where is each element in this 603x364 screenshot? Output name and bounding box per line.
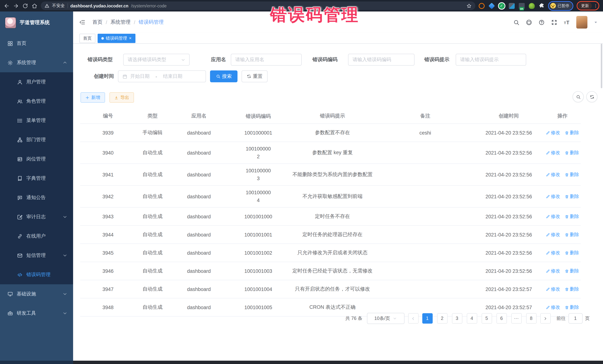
edit-link[interactable]: 修改 [546,213,560,220]
cell-time: 2021-04-20 23:52:56 [474,229,544,240]
sidebar-toggle-icon[interactable] [79,19,86,25]
edit-link[interactable]: 修改 [546,304,560,310]
edit-link[interactable]: 修改 [546,250,560,256]
delete-link[interactable]: 删除 [565,286,579,292]
extension-puzzle-icon[interactable] [539,3,545,9]
browser-menu-icon[interactable] [593,3,598,9]
browser-forward-icon[interactable] [13,3,19,9]
search-button[interactable]: 搜索 [210,70,237,82]
edit-link[interactable]: 修改 [546,130,560,136]
breadcrumb-item[interactable]: 系统管理 [111,19,131,26]
page-button-5[interactable]: 5 [481,313,492,324]
page-button-3[interactable]: 3 [452,313,462,324]
help-icon[interactable] [538,19,545,25]
pencil-icon [546,151,550,155]
sidebar-item-post-management[interactable]: 岗位管理 [0,149,73,169]
breadcrumb-item[interactable]: 首页 [93,19,103,26]
reset-button[interactable]: 重置 [242,70,267,82]
tag-label: 首页 [83,35,92,41]
sidebar-item-audit-log[interactable]: 审计日志 [0,207,73,226]
sidebar-item-dev-tools[interactable]: 研发工具 [0,304,73,323]
error-code-type-select[interactable]: 请选择错误码类型 [123,54,190,66]
app-name-input[interactable]: 请输入应用名 [231,54,302,66]
edit-link[interactable]: 修改 [546,171,560,178]
header-search-icon[interactable] [513,19,520,25]
delete-link[interactable]: 删除 [565,171,579,178]
refresh-table-button[interactable] [586,91,597,102]
browser-update-button[interactable]: 更新 [578,2,592,9]
page-ellipsis-button[interactable]: ··· [511,313,522,324]
error-hint-input[interactable]: 请输入错误码提示 [456,54,526,66]
delete-link[interactable]: 删除 [565,232,579,238]
extension-key-icon[interactable] [529,3,534,9]
browser-profile-chip[interactable]: 已暂停 [549,2,572,10]
delete-link[interactable]: 删除 [565,250,579,256]
show-search-toggle-button[interactable] [573,91,584,102]
font-size-icon[interactable]: TT [564,19,570,25]
sidebar-logo[interactable]: 芋道管理系统 [0,11,73,34]
cell-type: 手动编辑 [136,126,169,139]
page-button-8[interactable]: 8 [526,313,536,324]
sidebar-item-sms-management[interactable]: 短信管理 [0,246,73,265]
edit-link[interactable]: 修改 [546,268,560,274]
edit-link[interactable]: 修改 [546,232,560,238]
sidebar-item-online-user[interactable]: 在线用户 [0,226,73,246]
browser-reload-icon[interactable] [22,3,28,9]
error-code-input[interactable]: 请输入错误码编码 [348,54,415,66]
page-button-4[interactable]: 4 [467,313,477,324]
cell-actions: 修改删除 [544,283,581,295]
user-avatar[interactable] [576,16,587,29]
extension-grid-icon[interactable] [509,3,514,9]
cell-actions: 修改删除 [544,127,581,139]
tag-close-icon[interactable]: × [129,36,132,40]
page-button-6[interactable]: 6 [496,313,507,324]
date-range-picker[interactable]: 开始日期 - 结束日期 [118,70,206,82]
bookmark-star-icon[interactable] [466,3,471,8]
sidebar-item-notice-announcement[interactable]: 通知公告 [0,188,73,207]
url-bar[interactable]: 不安全 dashboard.yudao.iocoder.cn /system/e… [41,1,475,10]
sidebar-item-infrastructure[interactable]: 基础设施 [0,284,73,304]
delete-link[interactable]: 删除 [565,268,579,274]
delete-link[interactable]: 删除 [565,193,579,200]
sidebar-item-error-code-management[interactable]: 错误码管理 [0,265,73,284]
delete-link[interactable]: 删除 [565,130,579,136]
sidebar-item-dict-management[interactable]: 字典管理 [0,169,73,188]
sidebar-item-user-management[interactable]: 用户管理 [0,72,73,92]
tag-view[interactable]: 首页 [79,33,95,43]
add-button[interactable]: 新增 [81,92,105,103]
extension-green-check-icon[interactable]: ✓ [499,3,504,9]
goto-page-input[interactable]: 1 [568,313,582,324]
filter-create-time: 创建时间 开始日期 - 结束日期 搜索 重置 [89,70,267,82]
cell-code: 1001001002 [229,246,288,260]
not-secure-icon[interactable] [45,3,49,8]
page-size-select[interactable]: 10条/页 [367,313,404,324]
cell-id: 3944 [80,229,136,240]
extension-blue-gem-icon[interactable] [488,2,495,9]
browser-home-icon[interactable] [32,3,37,9]
sidebar-item-role-management[interactable]: 角色管理 [0,92,73,111]
extension-on-badge-icon[interactable]: on [519,3,524,9]
tag-active[interactable]: 错误码管理× [98,33,135,43]
browser-back-icon[interactable] [4,3,10,9]
scrollbar-thumb[interactable] [601,44,602,88]
edit-link[interactable]: 修改 [546,286,560,292]
github-icon[interactable] [526,19,532,25]
avatar-caret-down-icon[interactable] [594,20,598,24]
edit-link[interactable]: 修改 [546,150,560,156]
sidebar-item-dept-management[interactable]: 部门管理 [0,130,73,149]
delete-link[interactable]: 删除 [565,150,579,156]
delete-link[interactable]: 删除 [565,213,579,220]
prev-page-button[interactable] [408,313,418,324]
fullscreen-icon[interactable] [551,19,557,25]
users-icon [17,99,23,104]
edit-link[interactable]: 修改 [546,193,560,200]
sidebar-item-home[interactable]: 首页 [0,34,73,53]
export-button[interactable]: 导出 [109,92,134,103]
sidebar-item-menu-management[interactable]: 菜单管理 [0,111,73,130]
page-button-1[interactable]: 1 [422,313,432,324]
delete-link[interactable]: 删除 [565,304,579,310]
page-button-2[interactable]: 2 [437,313,447,324]
sidebar-item-system-management[interactable]: 系统管理 [0,53,73,72]
next-page-button[interactable] [540,313,550,324]
extension-orange-icon[interactable] [478,3,485,9]
